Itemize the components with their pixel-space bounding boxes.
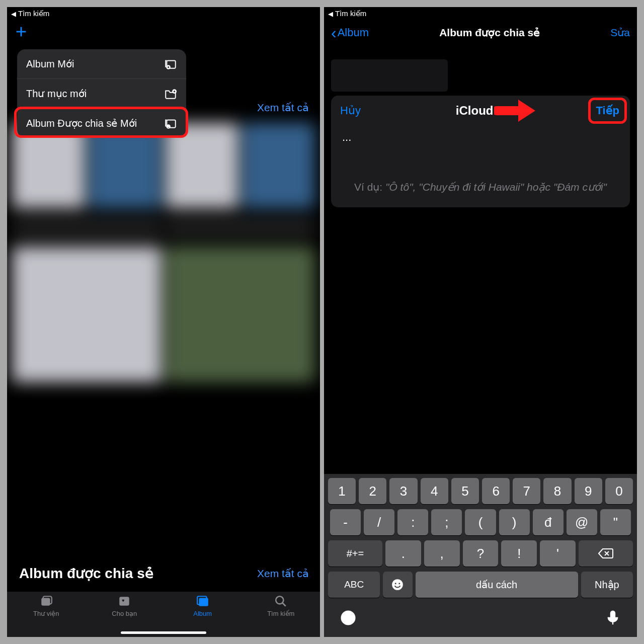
key-7[interactable]: 7 — [513, 478, 540, 504]
tab-label: Cho bạn — [112, 610, 137, 617]
key-.[interactable]: . — [385, 540, 421, 567]
key-"[interactable]: " — [600, 509, 631, 535]
next-button[interactable]: Tiếp — [596, 104, 619, 117]
mic-icon[interactable] — [605, 610, 621, 628]
modal-title: iCloud — [456, 104, 494, 118]
tab-label: Tìm kiếm — [267, 610, 294, 617]
red-arrow-annotation — [494, 96, 539, 128]
status-back-label[interactable]: Tìm kiếm — [18, 9, 49, 18]
emoji-key[interactable] — [383, 572, 412, 598]
keyboard-row-3: #+= .,?!' — [326, 540, 635, 567]
keyboard: 1234567890 -/:;()đ@" #+= .,?!' ABC dấu c… — [324, 474, 637, 637]
example-hint: Ví dụ: "Ô tô", "Chuyến đi tới Hawaii" ho… — [340, 179, 621, 195]
back-caret-icon: ◀ — [11, 10, 16, 18]
nav-edit[interactable]: Sửa — [610, 27, 630, 39]
back-caret-icon: ◀ — [328, 10, 333, 18]
album-thumbnail-placeholder — [331, 59, 448, 92]
key-/[interactable]: / — [364, 509, 394, 535]
key-đ[interactable]: đ — [533, 509, 564, 535]
keyboard-row-1: 1234567890 — [326, 478, 635, 504]
folder-add-icon — [164, 87, 177, 100]
tab-bar: Thư viện Cho bạn Album Tìm kiếm — [7, 592, 320, 637]
album-name-input[interactable]: ... — [340, 131, 621, 144]
highlight-shared-album-menu — [14, 107, 188, 138]
keyboard-bottom — [326, 603, 635, 628]
tab-search[interactable]: Tìm kiếm — [242, 595, 320, 637]
tab-label: Thư viện — [33, 610, 59, 617]
nav-back-label: Album — [338, 26, 369, 39]
symbols-key[interactable]: #+= — [328, 540, 382, 567]
keyboard-row-4: ABC dấu cách Nhập — [326, 572, 635, 598]
key-?[interactable]: ? — [463, 540, 499, 567]
svg-point-18 — [395, 583, 396, 584]
nav-back[interactable]: ‹ Album — [331, 26, 369, 39]
svg-point-17 — [392, 579, 404, 590]
home-indicator[interactable] — [121, 631, 206, 634]
status-bar: ◀ Tìm kiếm — [7, 7, 320, 20]
status-back-label[interactable]: Tìm kiếm — [335, 9, 366, 18]
left-phone: ◀ Tìm kiếm Xem tất cả Album Mới Thư mục … — [7, 7, 320, 637]
svg-line-14 — [283, 603, 286, 606]
enter-key[interactable]: Nhập — [581, 572, 633, 598]
globe-icon[interactable] — [340, 610, 356, 628]
svg-point-13 — [276, 596, 284, 604]
key-@[interactable]: @ — [567, 509, 597, 535]
album-add-icon — [164, 57, 177, 70]
key-:[interactable]: : — [397, 509, 428, 535]
key-6[interactable]: 6 — [482, 478, 510, 504]
key-9[interactable]: 9 — [575, 478, 602, 504]
add-icon[interactable] — [14, 25, 28, 41]
tab-album[interactable]: Album — [164, 595, 242, 637]
menu-new-folder[interactable]: Thư mục mới — [17, 79, 186, 109]
keyboard-row-2: -/:;()đ@" — [326, 509, 635, 535]
abc-key[interactable]: ABC — [328, 572, 380, 598]
key-1[interactable]: 1 — [328, 478, 356, 504]
key-'[interactable]: ' — [540, 540, 576, 567]
nav-title: Album được chia sẻ — [369, 27, 610, 39]
key--[interactable]: - — [330, 509, 361, 535]
backspace-key[interactable] — [579, 540, 633, 567]
key-0[interactable]: 0 — [605, 478, 633, 504]
svg-rect-10 — [120, 597, 130, 605]
key-![interactable]: ! — [501, 540, 537, 567]
nav-bar: ‹ Album Album được chia sẻ Sửa — [324, 20, 637, 45]
example-body: "Ô tô", "Chuyến đi tới Hawaii" hoặc "Đám… — [385, 181, 607, 193]
shared-section-header: Album được chia sẻ Xem tất cả — [19, 565, 309, 582]
key-([interactable]: ( — [465, 509, 496, 535]
key-8[interactable]: 8 — [543, 478, 571, 504]
highlight-next-button: Tiếp — [588, 98, 627, 124]
section-title: Album được chia sẻ — [19, 565, 153, 582]
menu-label: Album Mới — [26, 58, 74, 70]
tab-library[interactable]: Thư viện — [7, 595, 86, 637]
tab-label: Album — [193, 610, 212, 617]
example-prefix: Ví dụ: — [354, 181, 385, 193]
key-2[interactable]: 2 — [359, 478, 386, 504]
menu-new-album[interactable]: Album Mới — [17, 49, 186, 79]
key-5[interactable]: 5 — [451, 478, 479, 504]
svg-point-19 — [399, 583, 400, 584]
section-see-all[interactable]: Xem tất cả — [257, 568, 309, 580]
space-key[interactable]: dấu cách — [416, 572, 578, 598]
key-,[interactable]: , — [424, 540, 460, 567]
see-all-link[interactable]: Xem tất cả — [257, 102, 309, 114]
key-;[interactable]: ; — [431, 509, 462, 535]
right-phone: ◀ Tìm kiếm ‹ Album Album được chia sẻ Sử… — [324, 7, 637, 637]
menu-label: Thư mục mới — [26, 88, 87, 100]
key-4[interactable]: 4 — [421, 478, 448, 504]
key-)[interactable]: ) — [499, 509, 530, 535]
status-bar: ◀ Tìm kiếm — [324, 7, 637, 20]
header — [7, 20, 320, 45]
cancel-button[interactable]: Hủy — [340, 104, 361, 117]
tab-for-you[interactable]: Cho bạn — [86, 595, 164, 637]
icloud-modal: Hủy iCloud Tiếp ... Ví dụ: "Ô tô", "Chuy… — [331, 96, 630, 207]
key-3[interactable]: 3 — [389, 478, 417, 504]
